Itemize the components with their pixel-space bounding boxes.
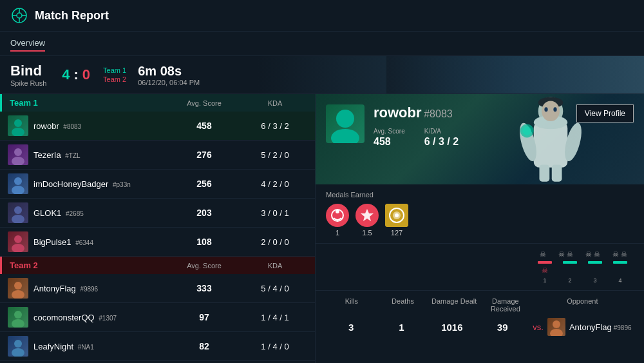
bottom-stats: Kills Deaths Damage Dealt Damage Receive… xyxy=(316,291,644,342)
svg-point-10 xyxy=(14,177,22,185)
player-name-bigpulse1: BigPulse1 #6344 xyxy=(33,237,166,247)
team1-label: Team 1 xyxy=(103,66,126,74)
player-score-leafynight: 82 xyxy=(166,341,243,351)
medals-section: Medals Earned 1 xyxy=(316,184,644,244)
player-name-glok1: GLOK1 #2685 xyxy=(33,208,166,218)
match-banner: Bind Spike Rush 4 : 0 Team 1 Team 2 6m 0… xyxy=(0,56,644,94)
player-avatar-bigpulse1 xyxy=(8,231,28,252)
svg-point-34 xyxy=(553,107,556,112)
svg-point-47 xyxy=(550,329,563,336)
player-score-tezerla: 276 xyxy=(166,150,243,160)
stats-data-row: 3 1 1016 39 vs. AntonyFlag#9896 xyxy=(326,318,634,336)
medal-value-3: 127 xyxy=(391,229,402,237)
match-date: 06/12/20, 06:04 PM xyxy=(138,79,200,86)
medals-title: Medals Earned xyxy=(326,191,634,199)
player-kda-glok1: 3 / 0 / 1 xyxy=(243,208,307,218)
player-row-tezerla[interactable]: TezerIa #TZL 276 5 / 2 / 0 xyxy=(0,141,315,170)
match-duration: 6m 08s xyxy=(138,64,187,79)
score-team2: 0 xyxy=(82,66,90,83)
player-avatar-cocomonsterqq xyxy=(8,307,28,328)
round-chart: ☠ ☠ ☠ ☠ ☠ ☠ ☠ xyxy=(316,244,644,291)
player-row-rowobr[interactable]: rowobr #8083 458 6 / 3 / 2 xyxy=(0,112,315,141)
medal-2: 1.5 xyxy=(355,204,379,237)
player-kda-imdochoneybadger: 4 / 2 / 0 xyxy=(243,179,307,189)
kda-label: K/D/A xyxy=(424,128,459,135)
player-detail-stats: Avg. Score 458 K/D/A 6 / 3 / 2 xyxy=(374,128,634,148)
page-title: Match Report xyxy=(35,9,109,23)
right-panel: rowobr #8083 Avg. Score 458 K/D/A 6 / 3 … xyxy=(316,94,644,363)
svg-point-20 xyxy=(14,340,22,348)
player-detail-avatar xyxy=(326,104,365,143)
player-score-rowobr: 458 xyxy=(166,121,243,131)
player-name-rowobr: rowobr #8083 xyxy=(33,121,166,131)
player-row-imdochoneybadger[interactable]: imDocHoneyBadger #p33n 256 4 / 2 / 0 xyxy=(0,170,315,199)
player-row-cocomonsterqq[interactable]: cocomonsterQQ #1307 97 1 / 4 / 1 xyxy=(0,303,315,332)
player-row-antonyflag[interactable]: AntonyFlag #9896 333 5 / 4 / 0 xyxy=(0,274,315,303)
player-name-leafynight: LeafyNight #NA1 xyxy=(33,342,166,351)
svg-point-19 xyxy=(12,319,24,328)
player-row-glok1[interactable]: GLOK1 #2685 203 3 / 0 / 1 xyxy=(0,199,315,228)
svg-point-32 xyxy=(542,101,560,122)
opponent-avatar xyxy=(547,318,565,336)
avg-score-label: Avg. Score xyxy=(374,128,405,135)
nav-bar: Overview xyxy=(0,32,644,56)
player-name-imdochoneybadger: imDocHoneyBadger #p33n xyxy=(33,179,166,189)
svg-point-12 xyxy=(14,206,22,214)
damage-received-value: 39 xyxy=(477,322,527,333)
vs-text: vs. xyxy=(533,322,544,332)
banner-bg xyxy=(386,56,644,93)
opponent-name: AntonyFlag#9896 xyxy=(569,322,632,332)
team2-header: Team 2 Avg. Score KDA xyxy=(0,257,315,274)
round-label-1: 1 xyxy=(538,277,552,284)
player-name-cocomonsterqq: cocomonsterQQ #1307 xyxy=(33,313,166,322)
medal-value-1: 1 xyxy=(336,229,339,237)
svg-point-15 xyxy=(12,244,24,252)
kda-value: 6 / 3 / 2 xyxy=(424,136,459,148)
svg-point-16 xyxy=(14,282,22,289)
player-kda-rowobr: 6 / 3 / 2 xyxy=(243,121,307,131)
damage-dealt-header: Damage Dealt xyxy=(428,297,480,313)
svg-rect-36 xyxy=(552,164,562,181)
svg-point-33 xyxy=(544,107,547,112)
svg-point-13 xyxy=(12,215,24,223)
match-report-icon xyxy=(10,6,28,25)
player-row-bigpulse1[interactable]: BigPulse1 #6344 108 2 / 0 / 0 xyxy=(0,228,315,257)
avg-score-value: 458 xyxy=(374,136,405,148)
nav-overview[interactable]: Overview xyxy=(10,35,45,52)
player-avatar-imdochoneybadger xyxy=(8,173,28,194)
view-profile-button[interactable]: View Profile xyxy=(576,104,634,123)
svg-point-21 xyxy=(12,348,24,357)
player-name-tezerla: TezerIa #TZL xyxy=(33,150,166,160)
svg-point-9 xyxy=(12,157,24,165)
medal-icon-3 xyxy=(385,204,408,227)
medal-icon-2 xyxy=(355,204,379,227)
left-panel: Team 1 Avg. Score KDA rowobr #8083 458 6… xyxy=(0,94,316,363)
team2-col-kda: KDA xyxy=(243,262,307,270)
main-content: Team 1 Avg. Score KDA rowobr #8083 458 6… xyxy=(0,94,644,363)
team1-name: Team 1 xyxy=(10,98,166,108)
round-label-3: 3 xyxy=(588,277,602,284)
player-score-cocomonsterqq: 97 xyxy=(166,312,243,322)
medal-value-2: 1.5 xyxy=(362,229,372,237)
deaths-value: 1 xyxy=(376,322,426,333)
svg-point-30 xyxy=(522,126,531,135)
match-map: Bind xyxy=(10,63,54,79)
player-avatar-antonyflag xyxy=(8,278,28,299)
team2-name: Team 2 xyxy=(10,260,166,270)
svg-point-46 xyxy=(553,320,560,328)
svg-rect-35 xyxy=(540,164,550,181)
svg-point-18 xyxy=(14,311,22,319)
team1-col-kda: KDA xyxy=(243,99,307,107)
svg-point-39 xyxy=(336,210,339,213)
player-score-glok1: 203 xyxy=(166,208,243,218)
svg-point-45 xyxy=(395,213,399,217)
score-team1: 4 xyxy=(62,66,70,83)
detail-kda: K/D/A 6 / 3 / 2 xyxy=(424,128,459,148)
medal-icon-1 xyxy=(326,204,349,227)
svg-point-7 xyxy=(12,128,24,136)
match-mode: Spike Rush xyxy=(10,79,46,87)
player-row-leafynight[interactable]: LeafyNight #NA1 82 1 / 4 / 0 xyxy=(0,332,315,361)
player-avatar-glok1 xyxy=(8,202,28,223)
player-score-imdochoneybadger: 256 xyxy=(166,179,243,189)
detail-avg-score: Avg. Score 458 xyxy=(374,128,405,148)
